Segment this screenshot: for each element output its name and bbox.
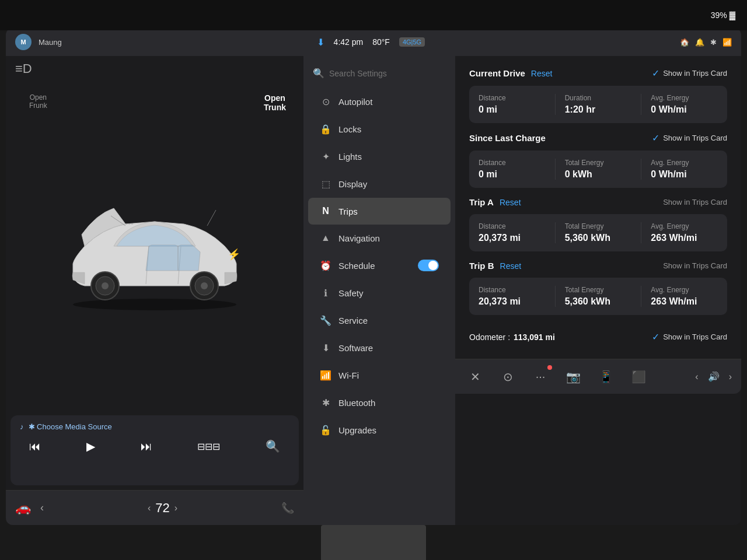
camera-icon[interactable]: 📷 xyxy=(563,366,584,387)
display-label: Display xyxy=(338,179,367,189)
bell-icon[interactable]: 🔔 xyxy=(695,38,704,47)
settings-item-navigation[interactable]: ▲ Navigation xyxy=(308,225,451,251)
settings-item-trips[interactable]: N Trips xyxy=(308,198,451,225)
since-last-charge-header: Since Last Charge ✓ Show in Trips Card xyxy=(469,132,727,144)
since-last-charge-avg-energy-value: 0 Wh/mi xyxy=(651,169,718,180)
trip-b-show-trips[interactable]: Show in Trips Card xyxy=(663,261,727,270)
trips-label: Trips xyxy=(338,206,358,216)
odometer-show-trips[interactable]: ✓ Show in Trips Card xyxy=(652,331,727,342)
phone-icon[interactable]: 📞 xyxy=(281,502,294,514)
upgrades-icon: 🔓 xyxy=(320,425,331,436)
taskbar-right: 📞 xyxy=(281,502,294,514)
trip-b-total-energy: Total Energy 5,360 kWh xyxy=(565,286,642,307)
trip-b-distance: Distance 20,373 mi xyxy=(479,286,556,307)
open-trunk-label[interactable]: Open Trunk xyxy=(264,93,286,112)
car-icon[interactable]: 🚗 xyxy=(15,501,31,516)
settings-item-safety[interactable]: ℹ Safety xyxy=(308,279,451,307)
search-input[interactable] xyxy=(329,69,446,78)
temp-increase-button[interactable]: › xyxy=(174,503,177,513)
software-label: Software xyxy=(338,343,373,353)
svg-line-12 xyxy=(207,210,216,226)
schedule-toggle[interactable] xyxy=(418,260,439,271)
trip-a-total-energy-value: 5,360 kWh xyxy=(565,233,632,243)
chevron-left-icon[interactable]: ‹ xyxy=(695,372,698,382)
settings-item-display[interactable]: ⬚ Display xyxy=(308,170,451,198)
media-title: ♪ ✱ Choose Media Source xyxy=(20,422,289,431)
current-drive-stats: Distance 0 mi Duration 1:20 hr Avg. Ener… xyxy=(469,86,727,123)
svg-point-6 xyxy=(201,282,208,289)
since-last-charge-show-trips[interactable]: ✓ Show in Trips Card xyxy=(652,132,727,144)
checkmark-icon: ✓ xyxy=(652,68,659,79)
wifi-label: Wi-Fi xyxy=(338,370,359,380)
bluetooth-icon[interactable]: ✱ xyxy=(710,38,717,47)
equalizer-button[interactable]: ⊟⊟⊟ xyxy=(193,439,225,454)
svg-point-0 xyxy=(73,299,236,310)
settings-panel: 🔍 ⊙ Autopilot 🔒 Locks ✦ Lights ⬚ xyxy=(303,56,455,525)
topbar-left: M Maung xyxy=(15,34,62,50)
back-arrow[interactable]: ‹ xyxy=(40,502,44,514)
tesla-topbar: M Maung ⬇ 4:42 pm 80°F 4G|5G 🏠 🔔 ✱ 📶 xyxy=(6,28,741,56)
trip-a-reset[interactable]: Reset xyxy=(500,198,521,207)
since-last-charge-avg-energy-label: Avg. Energy xyxy=(651,159,718,167)
since-last-charge-title: Since Last Charge xyxy=(469,133,546,143)
autopilot-label: Autopilot xyxy=(338,97,372,107)
settings-item-bluetooth[interactable]: ✱ Bluetooth xyxy=(308,389,451,416)
trip-b-avg-energy-label: Avg. Energy xyxy=(651,286,718,294)
bluetooth-settings-icon: ✱ xyxy=(320,397,331,408)
car-taskbar: 🚗 ‹ ‹ 72 › 📞 xyxy=(6,490,303,525)
close-icon[interactable]: ✕ xyxy=(465,366,486,387)
service-icon: 🔧 xyxy=(320,315,331,326)
open-frunk-label[interactable]: Open Frunk xyxy=(29,93,47,110)
locks-label: Locks xyxy=(338,124,361,134)
settings-item-service[interactable]: 🔧 Service xyxy=(308,307,451,334)
trip-a-show-trips[interactable]: Show in Trips Card xyxy=(663,198,727,206)
display-icon: ⬚ xyxy=(320,178,331,190)
search-media-button[interactable]: 🔍 xyxy=(261,437,285,456)
locks-icon: 🔒 xyxy=(320,124,331,135)
next-button[interactable]: ⏭ xyxy=(136,438,157,456)
settings-item-wifi[interactable]: 📶 Wi-Fi xyxy=(308,362,451,389)
temperature-display: 80°F xyxy=(372,37,390,47)
checkmark-icon-2: ✓ xyxy=(652,132,659,144)
settings-item-lights[interactable]: ✦ Lights xyxy=(308,143,451,170)
topbar-right: 🏠 🔔 ✱ 📶 xyxy=(680,38,732,47)
user-name: Maung xyxy=(39,38,62,47)
current-drive-reset[interactable]: Reset xyxy=(531,69,553,78)
since-last-charge-show-label: Show in Trips Card xyxy=(663,134,727,142)
battery-percentage: 39% xyxy=(711,10,727,20)
upgrades-label: Upgrades xyxy=(338,425,376,435)
svg-point-3 xyxy=(102,282,109,289)
media-source-label[interactable]: ✱ Choose Media Source xyxy=(29,422,112,431)
download-icon[interactable]: ⬇ xyxy=(317,37,324,48)
trip-b-distance-label: Distance xyxy=(479,286,546,294)
circle-icon[interactable]: ⊙ xyxy=(497,366,518,387)
settings-item-autopilot[interactable]: ⊙ Autopilot xyxy=(308,88,451,116)
temp-decrease-button[interactable]: ‹ xyxy=(148,503,151,513)
prev-button[interactable]: ⏮ xyxy=(25,438,46,456)
phone-statusbar: 39% ▓ xyxy=(0,0,747,30)
home-icon[interactable]: 🏠 xyxy=(680,38,689,47)
square-icon[interactable]: ⬛ xyxy=(628,366,649,387)
settings-item-schedule[interactable]: ⏰ Schedule xyxy=(308,251,451,279)
play-button[interactable]: ▶ xyxy=(82,437,100,456)
current-drive-show-trips[interactable]: ✓ Show in Trips Card xyxy=(652,68,727,79)
music-icon: ♪ xyxy=(20,422,24,431)
chevron-right-icon[interactable]: › xyxy=(729,372,732,382)
volume-icon[interactable]: 🔊 xyxy=(708,371,720,382)
trip-b-avg-energy: Avg. Energy 263 Wh/mi xyxy=(651,286,718,307)
settings-item-locks[interactable]: 🔒 Locks xyxy=(308,116,451,143)
more-icon[interactable]: ··· xyxy=(530,366,551,387)
taskbar-left: 🚗 ‹ xyxy=(15,501,44,516)
time-display: 4:42 pm xyxy=(334,37,364,47)
trips-detail-panel: Current Drive Reset ✓ Show in Trips Card… xyxy=(455,56,741,525)
settings-item-upgrades[interactable]: 🔓 Upgrades xyxy=(308,416,451,444)
odometer-value: 113,091 mi xyxy=(514,332,555,342)
taskbar-center: ‹ 72 › xyxy=(148,501,177,516)
car-panel-top: ≡D xyxy=(6,56,303,82)
safety-icon: ℹ xyxy=(320,288,331,299)
trip-a-distance-label: Distance xyxy=(479,222,546,230)
trip-b-reset[interactable]: Reset xyxy=(500,261,522,271)
current-drive-distance-label: Distance xyxy=(479,94,546,102)
phone-app-icon[interactable]: 📱 xyxy=(595,366,616,387)
settings-item-software[interactable]: ⬇ Software xyxy=(308,334,451,362)
